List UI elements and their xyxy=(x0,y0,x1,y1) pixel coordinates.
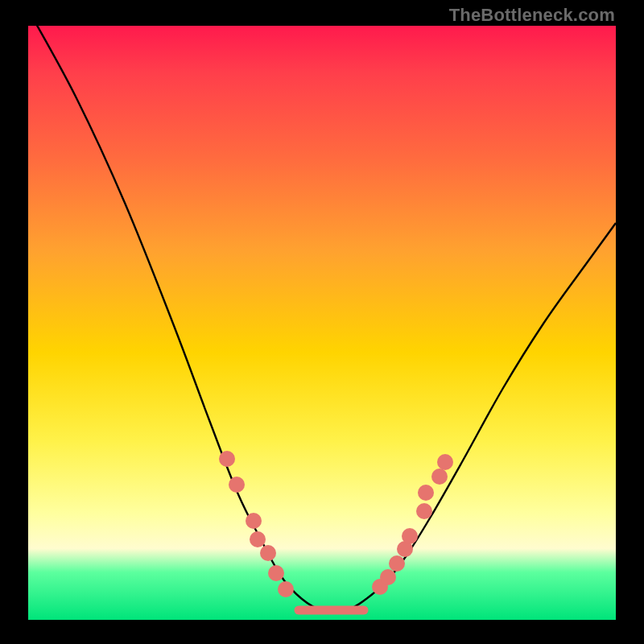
marker-dot xyxy=(418,485,434,501)
marker-dot xyxy=(246,513,262,529)
marker-dot xyxy=(416,503,432,519)
marker-dot xyxy=(402,528,418,544)
marker-dot xyxy=(268,565,284,581)
marker-dot xyxy=(260,545,276,561)
bottleneck-curve xyxy=(28,26,616,612)
markers-right xyxy=(372,454,453,595)
marker-dot xyxy=(389,555,405,572)
marker-dot xyxy=(219,451,235,467)
marker-dot xyxy=(437,454,453,470)
marker-dot xyxy=(250,531,266,547)
marker-dot xyxy=(431,469,448,485)
marker-dot xyxy=(380,569,396,585)
watermark-text: TheBottleneck.com xyxy=(449,5,615,26)
chart-overlay xyxy=(28,26,616,620)
marker-dot xyxy=(278,581,294,597)
marker-dot xyxy=(229,477,245,493)
frame: TheBottleneck.com xyxy=(0,0,644,644)
